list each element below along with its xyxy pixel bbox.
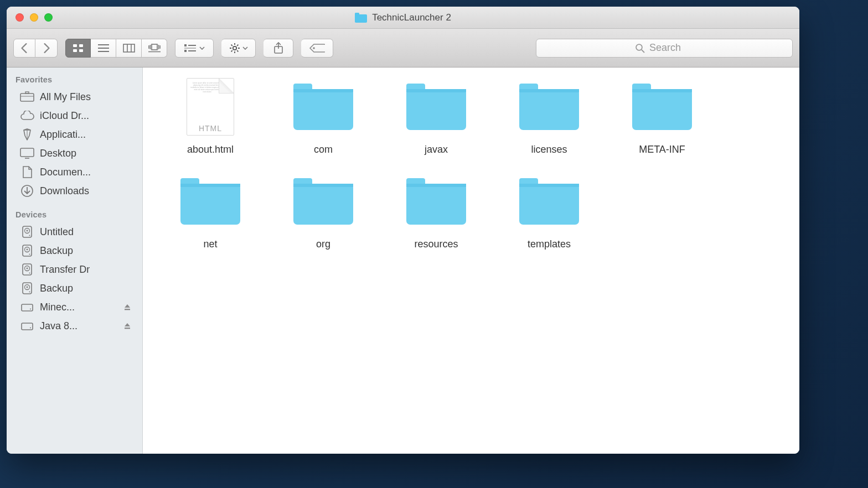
svg-rect-65: [22, 323, 33, 330]
eject-icon[interactable]: [123, 322, 132, 330]
disk-icon: [20, 263, 34, 276]
all-my-files-icon: [20, 91, 34, 103]
svg-point-48: [27, 230, 28, 232]
svg-point-66: [30, 328, 31, 329]
tags-button[interactable]: [301, 39, 333, 58]
file-name: templates: [528, 238, 571, 250]
desktop-icon: [20, 147, 34, 159]
sidebar-item-label: Java 8...: [40, 320, 118, 332]
file-item[interactable]: net: [154, 172, 267, 250]
eject-icon[interactable]: [123, 303, 132, 311]
svg-rect-1: [355, 13, 359, 16]
file-name: META-INF: [639, 144, 685, 155]
cloud-icon: [20, 110, 34, 122]
sidebar-item-transfer[interactable]: Transfer Dr: [7, 260, 142, 279]
svg-line-31: [237, 44, 238, 45]
action-button[interactable]: [221, 39, 256, 58]
svg-rect-18: [184, 44, 187, 46]
svg-point-61: [29, 292, 30, 293]
disk-icon: [20, 282, 34, 294]
sidebar-header-favorites: Favorites: [7, 73, 142, 87]
external-disk-icon: [20, 301, 34, 313]
column-view-button[interactable]: [116, 39, 142, 58]
file-item[interactable]: templates: [493, 172, 606, 250]
external-disk-icon: [20, 320, 34, 332]
sidebar-item-java8[interactable]: Java 8...: [7, 316, 142, 335]
close-button[interactable]: [16, 13, 24, 22]
icon-view-button[interactable]: [65, 39, 91, 58]
folder-icon: [403, 77, 469, 136]
svg-point-23: [232, 46, 236, 49]
svg-rect-88: [406, 184, 466, 187]
coverflow-view-button[interactable]: [142, 39, 167, 58]
sidebar-item-backup-2[interactable]: Backup: [7, 279, 142, 298]
svg-rect-2: [73, 44, 77, 47]
chevron-down-icon: [242, 46, 248, 50]
list-view-button[interactable]: [91, 39, 116, 58]
sidebar-item-all-my-files[interactable]: All My Files: [7, 87, 142, 106]
file-name: org: [316, 238, 330, 250]
nav-buttons: [13, 39, 58, 58]
forward-button[interactable]: [35, 39, 58, 58]
sidebar-item-documents[interactable]: Documen...: [7, 163, 142, 181]
svg-rect-64: [125, 309, 130, 310]
minimize-button[interactable]: [30, 13, 38, 22]
arrange-button[interactable]: [175, 39, 214, 58]
sidebar-item-label: Documen...: [40, 167, 137, 178]
svg-point-56: [27, 268, 28, 269]
folder-icon: [290, 77, 356, 136]
folder-icon: [290, 172, 356, 231]
documents-icon: [20, 166, 34, 178]
search-icon: [635, 43, 645, 53]
file-item[interactable]: org: [267, 172, 380, 250]
sidebar-item-label: Minec...: [40, 302, 118, 313]
file-item[interactable]: com: [267, 77, 380, 155]
file-name: licenses: [531, 144, 567, 155]
file-item[interactable]: resources: [380, 172, 493, 250]
sidebar-item-applications[interactable]: Applicati...: [7, 125, 142, 144]
sidebar-item-label: Desktop: [40, 148, 137, 159]
share-icon: [273, 42, 283, 54]
svg-rect-37: [20, 94, 34, 101]
sidebar-item-icloud[interactable]: iCloud Dr...: [7, 106, 142, 125]
svg-point-34: [313, 47, 315, 49]
folder-icon: [516, 77, 582, 136]
file-item[interactable]: javax: [380, 77, 493, 155]
file-item[interactable]: META-INF: [606, 77, 719, 155]
file-name: com: [314, 144, 333, 155]
svg-rect-3: [79, 44, 83, 47]
svg-rect-82: [180, 184, 240, 187]
sidebar-item-untitled[interactable]: Untitled: [7, 222, 142, 241]
svg-point-35: [636, 44, 642, 50]
svg-rect-91: [519, 184, 579, 187]
sidebar-item-minec[interactable]: Minec...: [7, 298, 142, 316]
back-button[interactable]: [13, 39, 35, 58]
file-name: about.html: [187, 144, 234, 155]
svg-point-63: [30, 309, 31, 310]
search-field[interactable]: [536, 39, 793, 58]
svg-rect-5: [79, 49, 83, 52]
svg-rect-73: [406, 89, 466, 92]
sidebar-item-backup-1[interactable]: Backup: [7, 241, 142, 260]
sidebar-header-devices: Devices: [7, 208, 142, 222]
svg-rect-72: [406, 89, 466, 130]
file-item[interactable]: licenses: [493, 77, 606, 155]
svg-rect-9: [123, 44, 135, 52]
svg-line-28: [231, 44, 232, 45]
svg-rect-90: [519, 184, 579, 225]
share-button[interactable]: [264, 39, 293, 58]
file-name: javax: [425, 144, 448, 155]
window-body: Favorites All My Files iCloud Dr... Appl…: [7, 68, 799, 454]
icon-grid: Lorem ipsum dolor sit amet consectetur a…: [154, 77, 788, 250]
content-area[interactable]: Lorem ipsum dolor sit amet consectetur a…: [143, 68, 799, 454]
window-title-area: TechnicLauncher 2: [7, 12, 799, 23]
downloads-icon: [20, 185, 34, 197]
folder-icon: [516, 172, 582, 231]
sidebar-item-downloads[interactable]: Downloads: [7, 181, 142, 200]
search-input[interactable]: [649, 42, 694, 54]
file-item[interactable]: Lorem ipsum dolor sit amet consectetur a…: [154, 77, 267, 155]
svg-rect-69: [293, 89, 353, 130]
zoom-button[interactable]: [44, 13, 53, 22]
svg-line-30: [231, 50, 232, 51]
sidebar-item-desktop[interactable]: Desktop: [7, 144, 142, 163]
